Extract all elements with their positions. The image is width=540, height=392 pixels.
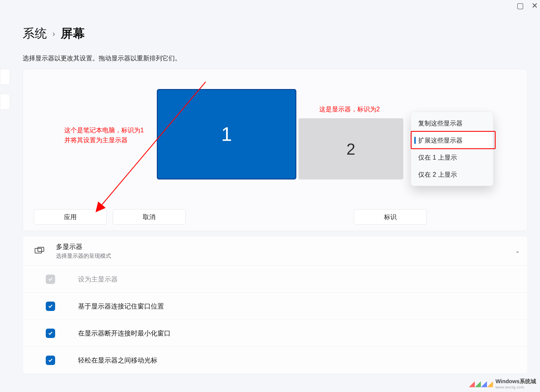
label-easy-cursor-move: 轻松在显示器之间移动光标	[78, 356, 157, 365]
display-mode-extend[interactable]: 扩展这些显示器	[413, 132, 491, 149]
row-easy-cursor-move[interactable]: 轻松在显示器之间移动光标	[23, 347, 528, 374]
maximize-icon[interactable]: ▢	[517, 1, 524, 10]
display-mode-only-1[interactable]: 仅在 1 上显示	[413, 149, 491, 166]
breadcrumb-root[interactable]: 系统	[23, 25, 47, 42]
display-mode-dropdown[interactable]: 复制这些显示器 扩展这些显示器 仅在 1 上显示 仅在 2 上显示	[411, 112, 493, 186]
chevron-down-icon: ⌄	[515, 248, 520, 254]
breadcrumb: 系统 › 屏幕	[23, 25, 85, 42]
row-set-main-display: 设为主显示器	[23, 266, 528, 293]
checkbox-set-main-display	[46, 275, 55, 284]
checkbox-remember-windows[interactable]	[46, 302, 55, 311]
sidebar-fragment-1	[0, 69, 10, 88]
sidebar-fragment-2	[0, 94, 10, 113]
annotation-laptop-line1: 这个是笔记本电脑，标识为1	[64, 125, 144, 135]
identify-button[interactable]: 标识	[354, 209, 427, 225]
apply-button[interactable]: 应用	[34, 209, 107, 225]
watermark: ◢◢◢◢ Windows系统城 www.wxclg.com	[469, 378, 536, 389]
watermark-logo-icon: ◢◢◢◢	[469, 379, 493, 388]
monitor-1[interactable]: 1	[157, 89, 296, 179]
multi-display-header[interactable]: 多显示器 选择显示器的呈现模式 ⌄	[23, 236, 528, 266]
monitor-2[interactable]: 2	[299, 118, 403, 179]
cancel-button[interactable]: 取消	[113, 209, 186, 225]
annotation-laptop-line2: 并将其设置为主显示器	[64, 135, 144, 145]
svg-rect-1	[35, 248, 42, 253]
watermark-brand: Windows系统城	[495, 378, 536, 385]
display-mode-only-2[interactable]: 仅在 2 上显示	[413, 166, 491, 183]
label-minimize-on-disconnect: 在显示器断开连接时最小化窗口	[78, 329, 171, 338]
label-set-main-display: 设为主显示器	[78, 275, 118, 284]
row-remember-windows[interactable]: 基于显示器连接记住窗口位置	[23, 293, 528, 320]
displays-icon	[23, 247, 56, 255]
svg-rect-2	[38, 247, 44, 251]
breadcrumb-current: 屏幕	[61, 25, 85, 42]
multi-display-desc: 选择显示器的呈现模式	[56, 252, 528, 260]
checkbox-minimize-on-disconnect[interactable]	[46, 329, 55, 338]
page-subtitle: 选择显示器以更改其设置。拖动显示器以重新排列它们。	[23, 54, 181, 63]
annotation-laptop: 这个是笔记本电脑，标识为1 并将其设置为主显示器	[64, 125, 144, 145]
label-remember-windows: 基于显示器连接记住窗口位置	[78, 302, 164, 311]
checkbox-easy-cursor-move[interactable]	[46, 356, 55, 365]
multi-display-title: 多显示器	[56, 242, 528, 251]
watermark-url: www.wxclg.com	[495, 385, 536, 389]
row-minimize-on-disconnect[interactable]: 在显示器断开连接时最小化窗口	[23, 320, 528, 347]
annotation-monitor: 这是显示器，标识为2	[319, 104, 380, 114]
close-icon[interactable]: ✕	[531, 1, 538, 10]
chevron-right-icon: ›	[52, 29, 55, 38]
display-mode-duplicate[interactable]: 复制这些显示器	[413, 115, 491, 132]
